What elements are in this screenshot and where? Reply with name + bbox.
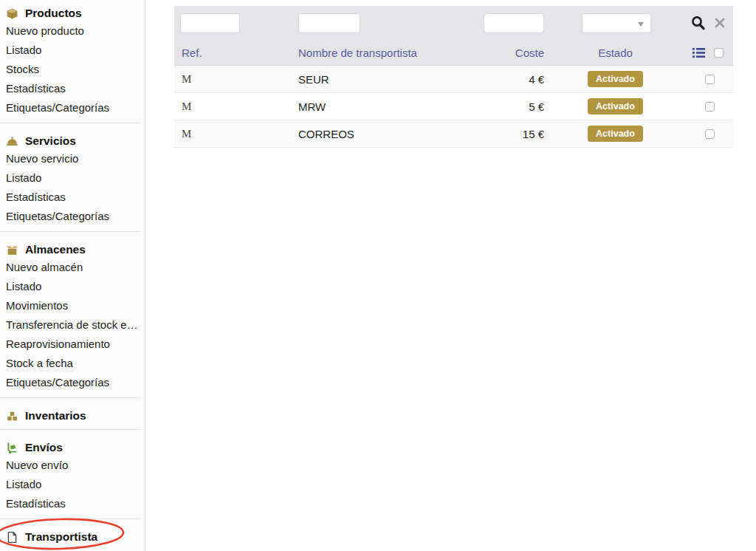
sidebar-item-nuevo-servicio[interactable]: Nuevo servicio <box>0 149 145 168</box>
divider <box>0 397 141 398</box>
cloche-icon <box>6 135 18 148</box>
open-box-icon <box>6 244 18 256</box>
name-filter-input[interactable] <box>298 13 360 33</box>
sidebar-header-almacenes[interactable]: Almacenes <box>0 242 145 258</box>
status-badge[interactable]: Activado <box>588 98 643 114</box>
sidebar-item-estadisticas-servicios[interactable]: Estadísticas <box>0 188 145 207</box>
sidebar-section-title: Envíos <box>25 441 63 454</box>
sidebar-item-stock-a-fecha[interactable]: Stock a fecha <box>0 354 145 373</box>
cell-carrier-name: CORREOS <box>298 128 484 140</box>
column-header-estado[interactable]: Estado <box>544 47 687 59</box>
divider <box>0 123 141 123</box>
sidebar-item-estadisticas-productos[interactable]: Estadísticas <box>0 79 145 98</box>
cost-filter-input[interactable] <box>484 13 544 33</box>
select-all-checkbox[interactable] <box>714 48 724 58</box>
sidebar-item-movimientos[interactable]: Movimientos <box>0 296 145 315</box>
cell-cost: 15 € <box>484 128 544 140</box>
sidebar-section-title: Productos <box>25 7 82 20</box>
sidebar-header-productos[interactable]: Productos <box>0 5 145 21</box>
cell-ref: M <box>182 128 191 140</box>
sidebar-item-listado-almacenes[interactable]: Listado <box>0 277 145 296</box>
sidebar-item-etiquetas-almacenes[interactable]: Etiquetas/Categorías <box>0 373 145 392</box>
sidebar-item-listado-envios[interactable]: Listado <box>0 475 145 494</box>
close-icon <box>712 16 727 30</box>
sidebar-item-nuevo-almacen[interactable]: Nuevo almacén <box>0 258 145 277</box>
chevron-down-icon <box>638 22 644 27</box>
table-filter-row <box>174 6 733 41</box>
sidebar-item-listado-servicios[interactable]: Listado <box>0 168 145 188</box>
sidebar-item-nuevo-producto[interactable]: Nuevo producto <box>0 21 145 41</box>
row-checkbox[interactable] <box>705 75 715 84</box>
cell-cost: 5 € <box>484 100 544 113</box>
sidebar-section-title: Almacenes <box>25 243 86 256</box>
sidebar-section-title: Transportista <box>25 530 97 544</box>
divider <box>0 231 141 232</box>
sidebar-header-envios[interactable]: Envíos <box>0 439 145 456</box>
sidebar-item-nuevo-envio[interactable]: Nuevo envío <box>0 456 145 475</box>
sidebar-header-transportista[interactable]: Transportista <box>0 529 145 545</box>
search-button[interactable] <box>690 15 707 31</box>
sidebar-item-etiquetas-servicios[interactable]: Etiquetas/Categorías <box>0 207 145 226</box>
column-header-cost[interactable]: Coste <box>484 47 544 59</box>
cell-ref: M <box>182 73 191 85</box>
sidebar-section-title: Inventarios <box>25 409 86 422</box>
hand-truck-icon <box>6 442 18 454</box>
sidebar-item-reaprovisionamiento[interactable]: Reaprovisionamiento <box>0 335 145 354</box>
sidebar: Productos Nuevo producto Listado Stocks … <box>0 0 145 551</box>
divider <box>0 429 141 430</box>
clear-filters-button[interactable] <box>712 16 727 30</box>
row-checkbox[interactable] <box>705 129 715 139</box>
estado-filter-select[interactable] <box>582 13 651 33</box>
cell-carrier-name: SEUR <box>298 73 484 86</box>
sidebar-section-title: Servicios <box>25 134 76 148</box>
divider <box>0 519 141 519</box>
sidebar-item-listado-productos[interactable]: Listado <box>0 41 145 60</box>
cell-carrier-name: MRW <box>298 100 484 113</box>
list-icon[interactable] <box>693 48 705 58</box>
table-row[interactable]: M MRW 5 € Activado <box>174 93 733 120</box>
row-checkbox[interactable] <box>705 102 715 112</box>
sidebar-item-etiquetas-productos[interactable]: Etiquetas/Categorías <box>0 98 145 117</box>
sidebar-header-inventarios[interactable]: Inventarios <box>0 408 145 424</box>
main-content: Ref. Nombre de transportista Coste Estad… <box>146 0 756 551</box>
sidebar-item-estadisticas-envios[interactable]: Estadísticas <box>0 494 145 513</box>
cell-cost: 4 € <box>484 73 544 86</box>
sidebar-header-servicios[interactable]: Servicios <box>0 133 145 149</box>
column-header-name[interactable]: Nombre de transportista <box>298 47 484 59</box>
stacked-boxes-icon <box>6 410 18 422</box>
column-header-actions <box>687 48 733 58</box>
column-header-ref[interactable]: Ref. <box>174 47 298 59</box>
carriers-table: Ref. Nombre de transportista Coste Estad… <box>174 6 733 148</box>
table-header-row: Ref. Nombre de transportista Coste Estad… <box>174 41 733 66</box>
package-icon <box>6 7 18 20</box>
table-row[interactable]: M SEUR 4 € Activado <box>174 66 733 93</box>
sidebar-item-transferencia-stock[interactable]: Transferencia de stock e… <box>0 315 145 335</box>
sidebar-item-stocks[interactable]: Stocks <box>0 60 145 79</box>
status-badge[interactable]: Activado <box>588 71 643 87</box>
status-badge[interactable]: Activado <box>588 126 643 142</box>
ref-filter-input[interactable] <box>180 13 240 33</box>
cell-ref: M <box>182 100 191 112</box>
document-icon <box>6 531 18 544</box>
search-icon <box>690 15 707 31</box>
table-row[interactable]: M CORREOS 15 € Activado <box>174 120 733 148</box>
